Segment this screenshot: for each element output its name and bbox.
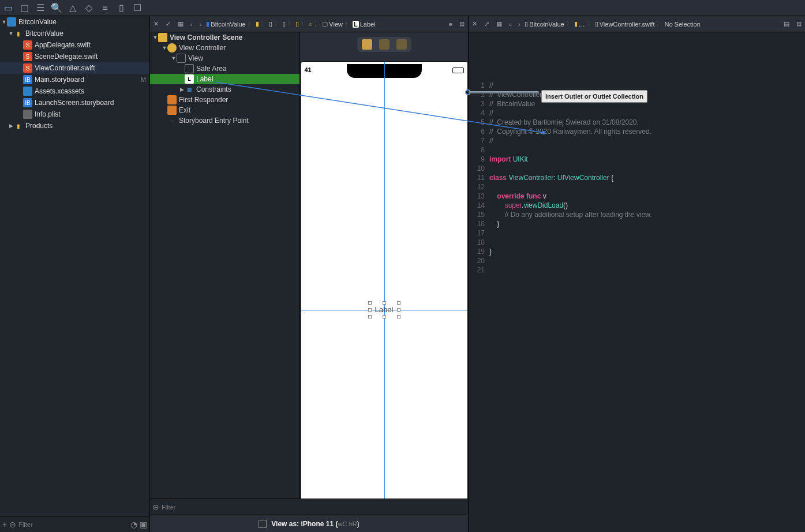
crumb-label[interactable]: L Label: [351, 21, 377, 28]
add-editor-icon[interactable]: ⊞: [456, 20, 468, 28]
swift-file-icon: S: [23, 63, 32, 73]
device-config-bar[interactable]: View as: iPhone 11 (wC hR): [150, 515, 468, 532]
file-launchscreen[interactable]: IB LaunchScreen.storyboard: [0, 97, 149, 108]
related-items-icon[interactable]: ▦: [174, 20, 187, 28]
label-icon: L: [185, 74, 194, 84]
assets-file-icon: [23, 87, 32, 96]
outlet-drag-indicator: [469, 89, 544, 96]
dock-first-responder-icon[interactable]: [379, 39, 390, 50]
report-navigator-icon[interactable]: ☐: [129, 0, 145, 16]
crumb-scene[interactable]: ▯: [294, 20, 300, 28]
file-appdelegate[interactable]: S AppDelegate.swift: [0, 39, 149, 51]
folder-icon: ▮: [14, 121, 23, 130]
debug-navigator-icon[interactable]: ≡: [97, 0, 113, 16]
related-items-icon[interactable]: ▦: [493, 20, 506, 28]
breakpoint-navigator-icon[interactable]: ▯: [113, 0, 129, 16]
file-main-storyboard[interactable]: IB Main.storyboard M: [0, 74, 149, 85]
adjust-editor-icon[interactable]: ≡: [445, 21, 456, 28]
device-config-icon[interactable]: [259, 520, 267, 528]
editor-jumpbar: ✕ ⤢ ▦ ‹ › ▯ BitcoinValue 〉▮ … 〉▯ ViewCon…: [469, 16, 805, 32]
crumb-project[interactable]: ▮BitcoinValue: [205, 20, 246, 28]
outline-filter-input[interactable]: [162, 504, 466, 511]
add-editor-icon[interactable]: ⊞: [793, 20, 805, 28]
symbol-navigator-icon[interactable]: ☰: [32, 0, 48, 16]
back-icon[interactable]: ‹: [187, 21, 196, 28]
outline-constraints[interactable]: ▶ ▦ Constraints: [150, 84, 299, 95]
dock-vc-icon[interactable]: [362, 39, 372, 50]
issue-navigator-icon[interactable]: △: [65, 0, 81, 16]
expand-icon[interactable]: ⤢: [162, 20, 174, 28]
outlet-tooltip: Insert Outlet or Outlet Collection: [541, 90, 647, 103]
interface-builder: ✕ ⤢ ▦ ‹ › ▮BitcoinValue 〉▮ 〉▯ 〉▯ 〉▯ 〉○ 〉…: [150, 16, 469, 532]
outline-safearea[interactable]: Safe Area: [150, 63, 299, 74]
crumb-file[interactable]: ▯: [268, 20, 274, 28]
scm-status: M: [141, 76, 146, 83]
crumb-view[interactable]: ▢View: [321, 20, 344, 28]
recent-filter-icon[interactable]: ◔: [130, 520, 137, 529]
scm-filter-icon[interactable]: ▣: [140, 520, 147, 529]
ib-canvas[interactable]: 41 Label: [300, 32, 468, 499]
filter-scope-icon[interactable]: ⊝: [152, 503, 159, 512]
find-navigator-icon[interactable]: 🔍: [48, 0, 65, 16]
folder-icon: ▮: [14, 29, 23, 38]
crumb-project[interactable]: ▯ BitcoinValue: [523, 20, 565, 28]
crumb-vc[interactable]: ○: [308, 21, 314, 28]
entry-point-icon: →: [167, 116, 177, 125]
project-navigator: ▼ BitcoinValue ▼ ▮ BitcoinValue S AppDel…: [0, 16, 150, 532]
crumb-file2[interactable]: ▯: [281, 20, 287, 28]
outline-viewcontroller[interactable]: ▼ View Controller: [150, 43, 299, 53]
selection-handles[interactable]: [370, 303, 399, 317]
storyboard-file-icon: IB: [23, 98, 32, 107]
status-clock: 41: [305, 66, 312, 73]
file-infoplist[interactable]: Info.plist: [0, 108, 149, 120]
group-label: BitcoinValue: [25, 29, 149, 38]
source-control-icon[interactable]: ▢: [16, 0, 32, 16]
outline-label[interactable]: L Label: [150, 74, 299, 84]
exit-icon: [167, 106, 177, 115]
outline-entry-point[interactable]: → Storyboard Entry Point: [150, 115, 299, 126]
alignment-guide-vertical: [384, 62, 385, 499]
test-navigator-icon[interactable]: ◇: [81, 0, 97, 16]
source-editor[interactable]: Insert Outlet or Outlet Collection 1//2/…: [469, 32, 805, 277]
project-root[interactable]: ▼ BitcoinValue: [0, 16, 149, 28]
plist-file-icon: [23, 110, 32, 119]
group-bitcoinvalue[interactable]: ▼ ▮ BitcoinValue: [0, 28, 149, 39]
expand-icon[interactable]: ⤢: [481, 20, 493, 28]
crumb-selection[interactable]: No Selection: [663, 21, 701, 28]
filter-scope-icon[interactable]: ⊝: [9, 520, 16, 529]
scene-icon: [158, 33, 167, 42]
file-viewcontroller[interactable]: S ViewController.swift: [0, 62, 149, 74]
first-responder-icon: [167, 95, 177, 104]
scene-dock: [357, 37, 411, 52]
forward-icon[interactable]: ›: [196, 21, 205, 28]
group-products[interactable]: ▶ ▮ Products: [0, 120, 149, 132]
forward-icon[interactable]: ›: [515, 21, 524, 28]
outline-view[interactable]: ▼ View: [150, 53, 299, 63]
device-preview[interactable]: 41 Label: [301, 61, 468, 499]
swift-file-icon: S: [23, 40, 32, 50]
navigator-filter-bar: + ⊝ ◔ ▣: [0, 516, 149, 532]
dock-exit-icon[interactable]: [396, 39, 407, 50]
project-icon: [7, 17, 16, 27]
file-scenedelegate[interactable]: S SceneDelegate.swift: [0, 51, 149, 62]
assistant-editor: ✕ ⤢ ▦ ‹ › ▯ BitcoinValue 〉▮ … 〉▯ ViewCon…: [469, 16, 805, 532]
vc-icon: [167, 43, 177, 53]
minimap-icon[interactable]: ▤: [780, 20, 793, 28]
crumb-folder[interactable]: ▮: [254, 20, 260, 28]
outline-exit[interactable]: Exit: [150, 105, 299, 115]
crumb-file[interactable]: ▯ ViewController.swift: [594, 20, 656, 28]
crumb-folder[interactable]: ▮ …: [573, 20, 586, 28]
project-name: BitcoinValue: [18, 18, 149, 26]
back-icon[interactable]: ‹: [506, 21, 515, 28]
outline-scene[interactable]: ▼ View Controller Scene: [150, 32, 299, 43]
close-tab-icon[interactable]: ✕: [150, 20, 162, 28]
view-icon: [177, 54, 186, 63]
add-button[interactable]: +: [2, 520, 7, 529]
outline-filter-bar: ⊝: [150, 499, 468, 515]
close-tab-icon[interactable]: ✕: [469, 20, 481, 28]
project-navigator-icon[interactable]: ▭: [0, 0, 16, 16]
outline-first-responder[interactable]: First Responder: [150, 95, 299, 105]
navigator-filter-input[interactable]: [18, 521, 128, 528]
constraints-icon: ▦: [185, 85, 194, 94]
file-assets[interactable]: Assets.xcassets: [0, 85, 149, 97]
